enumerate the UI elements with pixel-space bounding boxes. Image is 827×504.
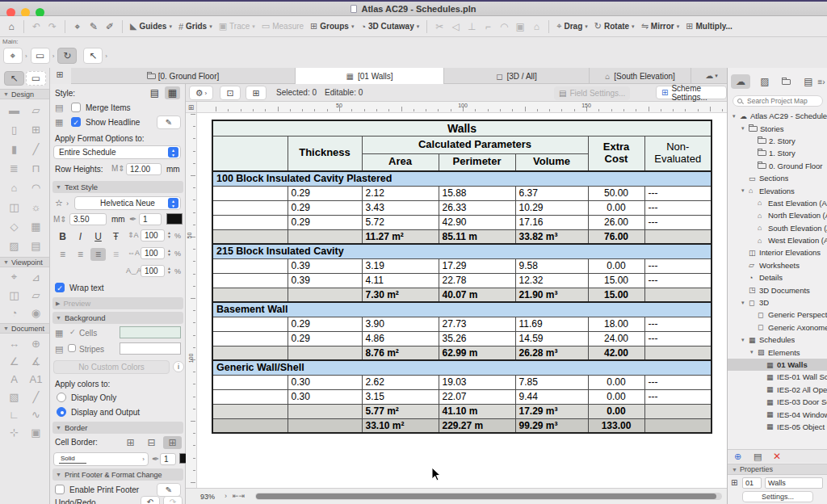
undo-icon[interactable]: ↶: [28, 19, 44, 35]
non-evaluated-cell[interactable]: ---: [644, 215, 712, 229]
area-cell[interactable]: 3.19: [362, 258, 439, 273]
border-outline-button[interactable]: ⊞: [121, 436, 140, 449]
project-map-item-ies-05-object-inve[interactable]: ▦IES-05 Object Inve: [728, 421, 827, 433]
redo-icon[interactable]: ↷: [163, 496, 183, 504]
group-header-cell[interactable]: 215 Block Insulated Cavity: [212, 244, 712, 258]
subtotal-extra-cost-cell[interactable]: 15.00: [588, 288, 644, 302]
schedule-title-cell[interactable]: Walls: [212, 120, 712, 136]
project-map-item-1-story[interactable]: 1. Story: [728, 147, 827, 159]
detail-tool-icon[interactable]: ◔: [5, 304, 24, 321]
project-map-item-south-elevation-auto[interactable]: ⌂South Elevation (Auto: [728, 222, 827, 234]
project-map-item-ies-04-window-sc[interactable]: ▦IES-04 Window Sc: [728, 408, 827, 420]
expand-arrow-icon[interactable]: ▾: [741, 300, 749, 306]
schedule-data-row[interactable]: 0.293.4326.3310.290.00---: [212, 200, 712, 215]
schedule-cell[interactable]: [212, 346, 288, 360]
volume-cell[interactable]: 10.29: [515, 200, 588, 215]
window-tool-icon[interactable]: ⊞: [27, 120, 46, 139]
expand-arrow-icon[interactable]: ▾: [741, 125, 749, 132]
group-header-cell[interactable]: 100 Block Insulated Cavity Plastered: [212, 171, 712, 186]
align-center-button[interactable]: ≡: [73, 248, 88, 261]
expand-arrow-icon[interactable]: ▾: [750, 349, 758, 355]
thickness-cell[interactable]: 0.29: [288, 331, 362, 346]
area-cell[interactable]: 3.43: [362, 200, 439, 215]
thickness-cell[interactable]: 0.29: [288, 186, 362, 200]
undo-icon[interactable]: ↶: [141, 496, 160, 504]
volume-cell[interactable]: 11.69: [515, 317, 588, 331]
extra-cost-cell[interactable]: 26.00: [588, 215, 644, 229]
stripes-color-swatch[interactable]: [120, 342, 181, 355]
elevation-tool-icon[interactable]: ⊿: [27, 268, 46, 286]
toolbar-mirror-button[interactable]: ⇋Mirror▾: [641, 19, 680, 35]
chevron-right-icon[interactable]: ›: [225, 492, 227, 500]
edit-print-footer-button[interactable]: ✎: [157, 483, 181, 497]
railing-tool-icon[interactable]: ⊓: [27, 158, 46, 178]
underline-button[interactable]: U: [90, 230, 106, 243]
pop-up-navigator-button[interactable]: ⊞: [50, 69, 69, 82]
lamp-tool-icon[interactable]: ☼: [27, 197, 46, 216]
schedule-data-row[interactable]: 0.303.1522.079.440.00---: [212, 389, 712, 404]
schedule-cell[interactable]: [212, 404, 288, 418]
radial-dimension-tool-icon[interactable]: ∠: [5, 352, 24, 370]
group-subtotal-row[interactable]: 7.30 m²40.07 m21.90 m³15.00: [212, 288, 712, 302]
spinner-icon[interactable]: ▲▼: [167, 249, 171, 257]
align-left-button[interactable]: ≡: [55, 248, 70, 261]
perimeter-cell[interactable]: 35.26: [439, 331, 515, 346]
schedule-data-row[interactable]: 0.294.8635.2614.5924.00---: [212, 331, 712, 346]
dimension-tool-icon[interactable]: ↔: [5, 334, 24, 352]
align-justify-button[interactable]: ≡: [108, 248, 124, 261]
toolbox-section-design[interactable]: ▼Design: [0, 89, 49, 99]
perimeter-cell[interactable]: 19.03: [439, 375, 515, 389]
no-custom-colors-button[interactable]: No Custom Colors: [53, 360, 170, 374]
column-tool-icon[interactable]: ▮: [5, 139, 24, 158]
font-size-input[interactable]: 3.50: [69, 213, 107, 225]
subtotal-extra-cost-cell[interactable]: 42.00: [588, 346, 644, 360]
settings-button[interactable]: Settings...: [742, 491, 813, 502]
row-leading-cell[interactable]: [212, 389, 288, 404]
volume-cell[interactable]: 17.16: [515, 215, 588, 229]
select-criteria-button[interactable]: ⊞: [246, 86, 267, 100]
volume-cell[interactable]: 6.37: [515, 186, 588, 200]
project-map-item-schedules[interactable]: ▾▦Schedules: [728, 334, 827, 346]
group-header-cell[interactable]: Basement Wall: [212, 302, 712, 317]
volume-cell[interactable]: 9.58: [515, 258, 588, 273]
header-style-grid-button[interactable]: ▦: [165, 86, 180, 99]
total-volume-cell[interactable]: 99.29 m³: [515, 418, 588, 433]
thickness-cell[interactable]: 0.30: [288, 375, 362, 389]
header-empty-cell[interactable]: [212, 136, 288, 171]
schedule-cell[interactable]: [212, 288, 288, 302]
volume-cell[interactable]: 14.59: [515, 331, 588, 346]
project-map-item-stories[interactable]: ▾Stories: [728, 122, 827, 134]
subtotal-volume-cell[interactable]: 21.90 m³: [515, 288, 588, 302]
item-settings-icon[interactable]: ▤: [754, 452, 762, 462]
schedule-cell[interactable]: [288, 288, 362, 302]
schedule-cell[interactable]: [644, 346, 712, 360]
horizontal-scrollbar[interactable]: [255, 493, 722, 500]
volume-cell[interactable]: 12.32: [515, 273, 588, 288]
zone-tool-icon[interactable]: ▨: [5, 236, 24, 255]
line-type-select[interactable]: Solid›: [53, 452, 149, 466]
figure-tool-icon[interactable]: ▣: [27, 423, 46, 441]
print-footer-section-header[interactable]: ▼Print Footer & Format Change: [52, 468, 183, 481]
non-evaluated-cell[interactable]: ---: [644, 200, 712, 215]
perimeter-cell[interactable]: 27.73: [439, 317, 515, 331]
header-style-flat-button[interactable]: ▤: [147, 86, 162, 99]
area-cell[interactable]: 3.15: [362, 389, 439, 404]
volume-cell[interactable]: 9.44: [515, 389, 588, 404]
level-dimension-tool-icon[interactable]: ⊕: [27, 334, 46, 352]
italic-button[interactable]: I: [73, 230, 88, 243]
scrollbar-thumb[interactable]: [256, 494, 716, 499]
non-evaluated-cell[interactable]: ---: [644, 273, 712, 288]
project-map-item-0-ground-floor[interactable]: 0. Ground Floor: [728, 160, 827, 172]
spinner-icon[interactable]: ▲▼: [167, 231, 171, 239]
schedule-cell[interactable]: [288, 229, 362, 244]
stripes-checkbox[interactable]: [68, 344, 76, 352]
fillet-icon[interactable]: ◠: [496, 19, 512, 35]
non-evaluated-cell[interactable]: ---: [644, 375, 712, 389]
extra-cost-cell[interactable]: 0.00: [588, 389, 644, 404]
schedule-cell[interactable]: [288, 418, 362, 433]
arrow-tool-icon[interactable]: ↖: [83, 48, 103, 64]
walls-schedule-table[interactable]: WallsThicknessCalculated ParametersExtra…: [212, 120, 712, 434]
eyedropper-icon[interactable]: ✐: [102, 19, 118, 35]
subtotal-area-cell[interactable]: 8.76 m²: [362, 346, 439, 360]
interior-elevation-tool-icon[interactable]: ◫: [5, 286, 24, 304]
